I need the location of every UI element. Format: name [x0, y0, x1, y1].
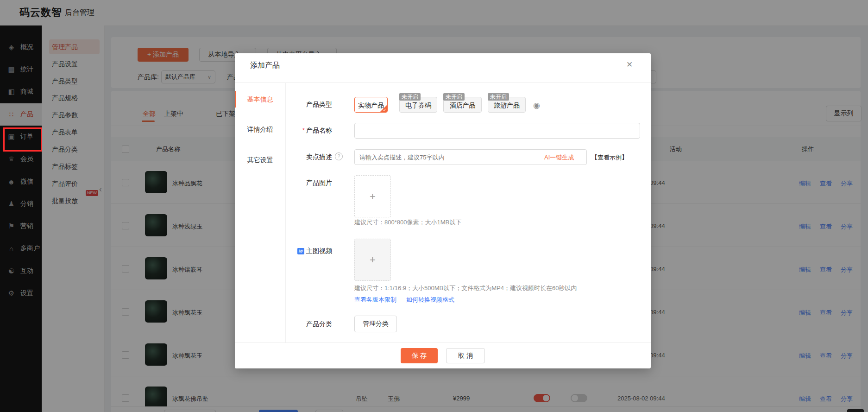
selling-point-label: 卖点描述	[235, 153, 332, 161]
ai-generate-link[interactable]: AI一键生成	[544, 153, 574, 162]
product-image-label: 产品图片	[235, 179, 332, 187]
video-upload-box[interactable]: +	[354, 239, 391, 281]
view-example-link[interactable]: 【查看示例】	[591, 153, 628, 162]
modal-header-divider	[235, 82, 651, 83]
check-icon: ✓	[383, 108, 387, 113]
save-button[interactable]: 保 存	[401, 348, 438, 363]
product-type-label: 产品类型	[235, 101, 332, 109]
close-icon[interactable]: ✕	[626, 60, 633, 70]
video-hint: 建议尺寸：1:1/16:9；大小500MB以下；文件格式为MP4；建议视频时长在…	[354, 284, 577, 292]
modal-title: 添加产品	[250, 61, 280, 70]
main-video-label: 标主图视频	[235, 247, 332, 255]
modal-footer-divider	[235, 342, 651, 343]
version-limit-link[interactable]: 查看各版本限制	[354, 296, 396, 304]
click-annotation-box	[3, 127, 42, 152]
add-product-modal: 添加产品 ✕ 基本信息 详情介绍 其它设置 产品类型 实物产品 ✓ 未开启 电子…	[235, 53, 651, 368]
product-name-input[interactable]	[354, 123, 640, 139]
plus-icon: +	[370, 254, 376, 266]
cancel-button[interactable]: 取 消	[446, 348, 485, 363]
standard-badge: 标	[297, 248, 304, 254]
required-asterisk: *	[302, 127, 305, 134]
product-category-label: 产品分类	[235, 320, 332, 329]
image-hint: 建议尺寸：800*800像素；大小1MB以下	[354, 218, 461, 227]
image-upload-box[interactable]: +	[354, 175, 391, 217]
not-enabled-badge: 未开启	[443, 93, 465, 101]
type-physical-product[interactable]: 实物产品 ✓	[354, 97, 388, 113]
preview-eye-icon[interactable]: ◉	[533, 101, 540, 110]
plus-icon: +	[370, 190, 376, 203]
not-enabled-badge: 未开启	[488, 93, 509, 101]
convert-format-link[interactable]: 如何转换视频格式	[406, 296, 454, 304]
manage-category-button[interactable]: 管理分类	[354, 316, 397, 332]
product-name-label: *产品名称	[235, 127, 332, 135]
not-enabled-badge: 未开启	[399, 93, 421, 101]
help-icon[interactable]: ?	[335, 152, 343, 160]
modal-tab-divider	[285, 83, 286, 342]
app-root: 码云数智 后台管理 ◈ 概况 ▦ 统计 ◧ 商城 ∷ 产品 ▣ 订单 ♕ 会员 …	[0, 0, 868, 412]
